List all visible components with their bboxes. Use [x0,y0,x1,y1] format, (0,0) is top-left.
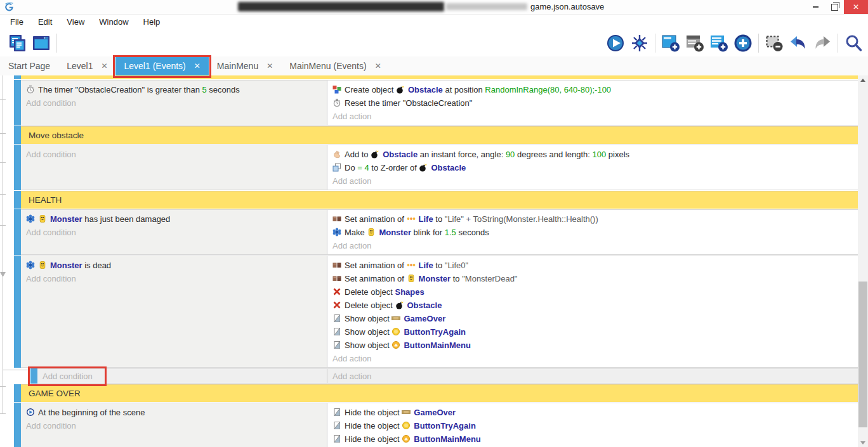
remove-event-icon[interactable] [764,33,784,53]
add-action-button[interactable]: Add action [327,174,858,188]
add-event-icon[interactable] [661,33,681,53]
menu-help[interactable]: Help [139,17,165,27]
timer-icon [332,98,341,107]
actions-cell[interactable]: Create object Obstacle at position Rando… [327,81,858,125]
action-line[interactable]: Hide the object GameOver [327,406,858,419]
tab-mainmenu-events-[interactable]: MainMenu (Events)✕ [281,56,389,75]
tab-mainmenu[interactable]: MainMenu✕ [209,56,281,75]
minimize-button[interactable] [806,0,825,14]
tab-label: MainMenu (Events) [289,61,366,71]
object-name: GameOver [414,408,456,417]
conditions-cell[interactable]: Monster has just been damagedAdd conditi… [21,210,327,254]
condition-line[interactable]: The timer "ObstacleCreation" is greater … [21,83,327,96]
add-condition-button[interactable]: Add condition [21,148,327,161]
object-name: Obstacle [383,150,418,159]
action-line[interactable]: Set animation of Monster to "MonsterDead… [327,272,858,285]
play-icon[interactable] [605,33,626,53]
action-line[interactable]: Hide the object ButtonMainMenu [327,432,858,446]
condition-line[interactable]: Monster has just been damaged [21,212,327,226]
event-selection-bar[interactable] [14,145,21,190]
menu-window[interactable]: Window [95,17,133,27]
add-action-button[interactable]: Add action [327,370,858,383]
menu-view[interactable]: View [62,17,89,27]
comment-bar[interactable] [21,75,858,79]
actions-cell[interactable]: Set animation of Life to "Life" + ToStri… [327,210,858,254]
add-subevent-icon[interactable] [685,33,705,53]
text-segment: seconds [207,85,240,94]
add-condition-button[interactable]: Add condition [21,226,327,239]
comment-bar[interactable]: HEALTH [21,191,858,209]
condition-line[interactable]: At the beginning of the scene [21,406,327,419]
action-line[interactable]: Hide the object ButtonTryAgain [327,419,858,432]
action-line[interactable]: Make Monster blink for 1.5 seconds [327,226,858,239]
action-line[interactable]: Show object GameOver [327,312,858,325]
menu-file[interactable]: File [6,17,28,27]
conditions-cell[interactable]: Monster is deadAdd condition [21,256,327,367]
event-selection-bar[interactable] [14,209,21,255]
scrollbar-thumb[interactable] [858,282,867,427]
add-action-button[interactable]: Add action [327,239,858,252]
event-selection-bar[interactable] [14,75,21,79]
debug-icon[interactable] [629,33,650,53]
tab-close-icon[interactable]: ✕ [375,62,381,70]
event-selection-bar[interactable] [14,80,21,126]
tab-close-icon[interactable]: ✕ [266,62,273,70]
event-selection-bar[interactable] [14,126,21,144]
restore-button[interactable] [825,0,844,14]
actions-cell[interactable]: Hide the object GameOverHide the object … [327,403,858,447]
action-line[interactable]: Show object ButtonMainMenu [327,339,858,352]
action-line[interactable]: Create object Obstacle at position Rando… [327,83,858,96]
event-selection-bar[interactable] [30,368,37,384]
search-icon[interactable] [843,33,864,53]
tab-level1-events-[interactable]: Level1 (Events)✕ [115,56,208,75]
add-condition-button[interactable]: Add condition [21,272,327,285]
action-line[interactable]: Delete object Shapes [327,285,858,299]
scrollbar-up-button[interactable] [858,75,868,85]
tab-close-icon[interactable]: ✕ [194,62,201,70]
add-condition-button[interactable]: Add condition [21,419,327,432]
scrollbar-down-button[interactable] [858,438,868,447]
comment-row: GAME OVER [0,384,858,402]
event-selection-bar[interactable] [14,256,21,368]
comment-bar[interactable]: GAME OVER [21,384,858,402]
action-line[interactable]: Delete object Obstacle [327,299,858,312]
conditions-cell[interactable]: At the beginning of the sceneAdd conditi… [21,403,327,447]
actions-cell[interactable]: Add action [327,369,858,383]
visibility-icon [332,434,341,443]
condition-line[interactable]: Monster is dead [21,259,327,272]
add-comment-icon[interactable] [709,33,729,53]
action-line[interactable]: Do = 4 to Z-order of Obstacle [327,161,858,174]
close-button[interactable]: ✕ [844,0,868,14]
undo-icon[interactable] [788,33,808,53]
event-selection-bar[interactable] [14,384,21,402]
action-line[interactable]: Show object ButtonTryAgain [327,325,858,339]
add-condition-button[interactable]: Add condition [37,370,327,383]
action-line[interactable]: Set animation of Life to "Life0" [327,259,858,272]
conditions-cell[interactable]: Add condition [37,369,327,383]
scene-editor-icon[interactable] [31,33,51,53]
actions-cell[interactable]: Set animation of Life to "Life0"Set anim… [327,256,858,367]
comment-bar[interactable]: Move obstacle [21,126,858,144]
text-segment: Reset the timer "ObstacleCreation" [345,98,472,108]
add-condition-button[interactable]: Add condition [21,96,327,110]
add-new-icon[interactable] [733,33,753,53]
tab-close-icon[interactable]: ✕ [101,62,107,70]
conditions-cell[interactable]: Add condition [21,145,327,190]
action-line[interactable]: Set animation of Life to "Life" + ToStri… [327,212,858,226]
text-segment: to [433,214,445,224]
action-line[interactable]: Add to Obstacle an instant force, angle:… [327,148,858,161]
project-manager-icon[interactable] [7,33,27,53]
add-action-button[interactable]: Add action [327,352,858,365]
text-segment: Add condition [26,274,76,283]
redo-icon[interactable] [812,33,832,53]
actions-cell[interactable]: Add to Obstacle an instant force, angle:… [327,145,858,190]
tab-start-page[interactable]: Start Page [0,56,58,75]
toolbar [0,29,868,56]
menu-edit[interactable]: Edit [34,17,56,27]
event-selection-bar[interactable] [14,403,21,447]
event-selection-bar[interactable] [14,191,21,209]
conditions-cell[interactable]: The timer "ObstacleCreation" is greater … [21,81,327,125]
add-action-button[interactable]: Add action [327,110,858,123]
action-line[interactable]: Reset the timer "ObstacleCreation" [327,96,858,110]
tab-level1[interactable]: Level1✕ [58,56,115,75]
